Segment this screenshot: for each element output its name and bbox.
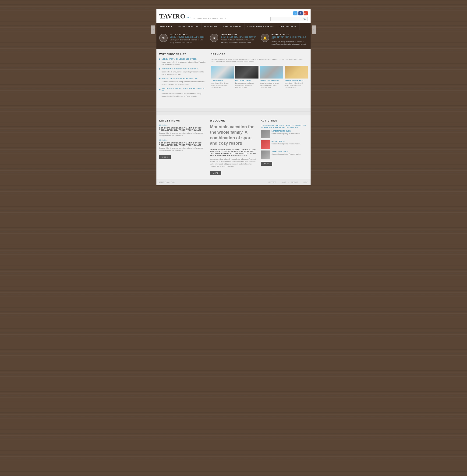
footer-links: SUPPORT • FAQS • SITEMAP • HELP (268, 181, 308, 183)
news-text-1: Sension dolor sit amet, consec tetuer ad… (159, 147, 206, 152)
accordion-text-1: Ipsum dolor sit amet, consec tadipiscing… (159, 71, 206, 76)
service-img-breakfast (285, 66, 308, 79)
footer-link-support[interactable]: SUPPORT (268, 181, 276, 183)
activity-img-1 (261, 140, 270, 149)
social-icons: t f g+ (293, 11, 308, 15)
history-text: Praesent vestibuum molestie lacuiihs. Ae… (221, 39, 257, 44)
service-text-3: Lorem ipsum dolor sit amet, consec tetue… (285, 82, 308, 88)
rooms-subtitle: CSEC TETUER ADIPI SCING PRAESENT VIB (272, 36, 308, 40)
service-title-3: VESTIBULUM MOLEST (285, 80, 308, 82)
accordion-text-0: Lorem ipsum dolor sit amet, consec tetue… (159, 61, 206, 66)
footer-link-help[interactable]: HELP (304, 181, 308, 183)
news-item-0: 20.09.2013 LOREM IPSUM DOLOR SIT AMET, C… (159, 124, 206, 137)
service-title-1: DOLOR SET AMET (235, 80, 259, 82)
logo-sky: SKY (186, 16, 192, 19)
nav-rooms[interactable]: OUR ROOMS (202, 23, 221, 30)
nav-offers[interactable]: SPECIAL OFFERS (221, 23, 245, 30)
welcome-more-button[interactable]: MORE (210, 171, 221, 175)
accordion-header-2[interactable]: ▶ PRSENT VESTIBULUM MOLESTIE LAC. (159, 78, 206, 80)
info-box-breakfast: 🍽 BED & BREAKFAST LOREM IPSUM DOLOR SIT … (159, 34, 206, 45)
top-right: t f g+ 🔍 (270, 11, 308, 21)
nav-contacts[interactable]: OUR CONTACTS (277, 23, 299, 30)
activity-item-0: LOREM IPSUM DOLOR Consec tetuer adipisci… (261, 130, 308, 138)
search-button[interactable]: 🔍 (303, 18, 306, 20)
nav-about[interactable]: ABOUT OUR HOTEL (175, 23, 202, 30)
service-item-1: DOLOR SET AMET Lorem ipsum dolor sit ame… (235, 66, 259, 88)
welcome-label: WELCOME (210, 119, 257, 122)
activities-link[interactable]: LOREM IPSUM DOLOR SIT AMET, CONSEC TEER … (261, 124, 308, 129)
rooms-icon: 🔔 (261, 34, 269, 42)
welcome-section: WELCOME Mountain vacation for the whole … (210, 119, 257, 175)
footer-link-faqs[interactable]: FAQS (281, 181, 286, 183)
news-date-1: 09.09.2013 (159, 139, 206, 141)
service-text-0: Lorem ipsum dolor sit amet, consec tetue… (211, 82, 234, 88)
gplus-icon[interactable]: g+ (304, 11, 308, 15)
accordion-item-0: ▶ LOREM IPSUM DOLORCONSEC TEER. Lorem ip… (159, 58, 206, 66)
breakfast-text: Lorem ipsum dolor sit amet, conc tetu er… (170, 39, 206, 44)
activity-text-1: Consec tetuer adipiscing. Praesent vesti… (272, 143, 301, 145)
accordion-header-0[interactable]: ▶ LOREM IPSUM DOLORCONSEC TEER. (159, 58, 206, 60)
accordion-header-1[interactable]: ▶ ADIPISCING. PRSENT VESTIBULENT M. (159, 68, 206, 70)
footer-copyright: 2014 © Privacy Policy (159, 181, 175, 183)
activity-img-0 (261, 130, 270, 138)
why-services-section: WHY CHOOSE US? ▶ LOREM IPSUM DOLORCONSEC… (159, 53, 308, 99)
accordion-title-2: PRSENT VESTIBULUM MOLESTIE LAC. (162, 78, 198, 80)
main-content: WHY CHOOSE US? ▶ LOREM IPSUM DOLORCONSEC… (156, 49, 311, 108)
accordion-arrow-1: ▶ (159, 68, 161, 70)
news-heading-0: LOREM IPSUM DOLOR SIT AMET, CONSEC TEER … (159, 127, 206, 131)
news-title: LATEST NEWS (159, 119, 206, 122)
accordion-item-2: ▶ PRSENT VESTIBULUM MOLESTIE LAC. Sit am… (159, 78, 206, 85)
nav-news[interactable]: LATEST NEWS & EVENTS (245, 23, 277, 30)
twitter-icon[interactable]: t (293, 11, 298, 15)
accordion-title-1: ADIPISCING. PRSENT VESTIBULENT M. (162, 68, 199, 70)
service-item-0: LOREM IPSUM Lorem ipsum dolor sit amet, … (211, 66, 234, 88)
breakfast-subtitle: LOREM IPSUM DOLOR SIT AMET, CSEC (170, 36, 206, 38)
footer-link-sitemap[interactable]: SITEMAP (291, 181, 298, 183)
activities-section: ACTIVITIES LOREM IPSUM DOLOR SIT AMET, C… (261, 119, 308, 175)
rooms-title: ROOMS & SUITES (272, 34, 308, 36)
breakfast-title: BED & BREAKFAST (170, 34, 206, 36)
rooms-text: Aenean non ummy hendreriaurus. Phasellus… (272, 41, 308, 45)
why-choose-section: WHY CHOOSE US? ▶ LOREM IPSUM DOLORCONSEC… (159, 53, 206, 99)
accordion-text-3: Praesent vestibu lum molestie lacuirh/he… (159, 93, 206, 97)
service-img-ski (211, 66, 234, 79)
search-input[interactable] (272, 18, 303, 20)
news-date-0: 20.09.2013 (159, 124, 206, 126)
bottom-sections: LATEST NEWS 20.09.2013 LOREM IPSUM DOLOR… (156, 115, 311, 179)
facebook-icon[interactable]: f (298, 11, 303, 15)
history-subtitle: IPSUM DOLOR SIT AMET, CSEC TETUER (221, 36, 257, 38)
info-box-history: ★ HOTEL HISTORY IPSUM DOLOR SIT AMET, CS… (210, 34, 257, 45)
news-heading-1: LOREM IPSUM DOLOR SIT AMET, CONSEC TEER … (159, 142, 206, 146)
news-section: LATEST NEWS 20.09.2013 LOREM IPSUM DOLOR… (159, 119, 206, 175)
news-more-button[interactable]: MORE (159, 155, 171, 159)
main-nav: MAIN PAGE ABOUT OUR HOTEL OUR ROOMS SPEC… (156, 23, 311, 30)
top-bar: TAVIRO SKY MOUNTAIN RESORT HOTEL t f g+ … (156, 9, 311, 23)
service-img-spa (235, 66, 259, 79)
info-boxes: 🍽 BED & BREAKFAST LOREM IPSUM DOLOR SIT … (156, 30, 311, 49)
activity-title-1: NULLA FACILISI (272, 140, 301, 142)
welcome-subtitle: LOREM IPSUM DOLOR SIT AMET, CONSEC TEER … (210, 148, 257, 157)
activities-title: ACTIVITIES (261, 119, 308, 122)
footer: 2014 © Privacy Policy SUPPORT • FAQS • S… (156, 179, 311, 185)
history-title: HOTEL HISTORY (221, 34, 257, 36)
activity-item-2: AENEAN NEC EROS Consec tetuer adipiscing… (261, 150, 308, 159)
services-title: SERVICES (211, 53, 308, 56)
divider (156, 111, 311, 112)
slider-prev-button[interactable]: ‹ (151, 26, 155, 34)
nav-main-page[interactable]: MAIN PAGE (156, 23, 175, 30)
info-box-rooms: 🔔 ROOMS & SUITES CSEC TETUER ADIPI SCING… (261, 34, 308, 45)
accordion-header-3[interactable]: ▶ VESTIBULUM MOLESTIE LACUIRHS. AENEON M… (159, 87, 206, 92)
slider-next-button[interactable]: › (312, 26, 316, 34)
logo-subtitle: MOUNTAIN RESORT HOTEL (194, 17, 228, 20)
welcome-desc: Lorem ipsum dolor sit amet, consec tetue… (210, 158, 257, 168)
service-item-3: VESTIBULUM MOLEST Lorem ipsum dolor sit … (285, 66, 308, 88)
service-text-1: Lorem ipsum dolor sit amet, consec tetue… (235, 82, 259, 88)
service-title-0: LOREM IPSUM (211, 80, 234, 82)
news-item-1: 09.09.2013 LOREM IPSUM DOLOR SIT AMET, C… (159, 139, 206, 152)
services-desc: Lorem ipsum dolor sit amet, consec teer … (211, 58, 308, 63)
why-choose-title: WHY CHOOSE US? (159, 53, 206, 56)
activities-more-button[interactable]: MORE (261, 162, 272, 166)
services-section: SERVICES Lorem ipsum dolor sit amet, con… (211, 53, 308, 99)
search-bar: 🔍 (270, 17, 308, 21)
service-item-2: ADIPISCING PRESENT Lorem ipsum dolor sit… (260, 66, 283, 88)
